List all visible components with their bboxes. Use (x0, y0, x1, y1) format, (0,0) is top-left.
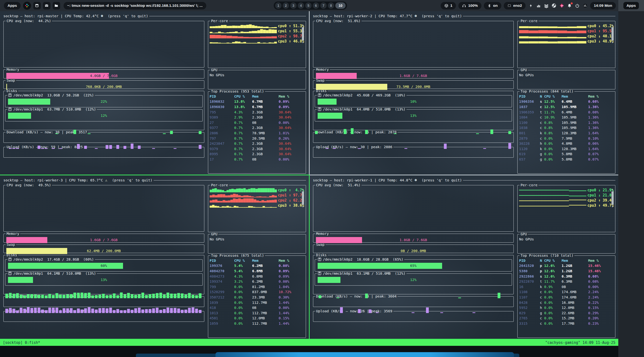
power-profile-icon[interactable] (528, 3, 533, 8)
core-row-cpu2: cpu2 ↓ 62.2% (210, 198, 304, 203)
disk-drive-icon (8, 108, 12, 111)
window-count-pill[interactable]: 1 (441, 2, 456, 10)
scroll-up-icon[interactable]: ▲ (302, 24, 304, 27)
per-core-scrollbar[interactable]: ▲▼ (611, 24, 614, 43)
workspace-button-6[interactable]: 6 (313, 3, 319, 9)
process-cell: c (540, 115, 544, 119)
volume-level: 100% (468, 4, 478, 8)
volume-pill[interactable]: 100% (458, 2, 482, 10)
process-cell: t (540, 279, 544, 283)
disks-label: Disks (6, 253, 18, 257)
process-cell: 30.64% (278, 142, 304, 145)
process-cell: 0.0% (234, 301, 252, 304)
workspace-button-1[interactable]: 1 (275, 3, 282, 9)
process-cell: 9389 (210, 115, 234, 119)
process-cell: 0.0% (544, 311, 562, 315)
process-cell: 1.36% (588, 121, 614, 125)
per-core-scrollbar[interactable]: ▲▼ (611, 188, 614, 207)
scroll-down-icon[interactable]: ▼ (302, 41, 304, 44)
core-sparkline (210, 24, 277, 28)
process-cell: c (540, 126, 544, 130)
scrollbar-thumb[interactable] (302, 191, 304, 205)
apps-button[interactable]: Apps (4, 2, 21, 10)
per-core-scrollbar[interactable]: ▲▼ (301, 188, 305, 207)
workspace-button-8[interactable]: 8 (328, 3, 334, 9)
column-header: Mem % (588, 259, 614, 262)
process-cell: 0.0% (234, 316, 252, 320)
process-cell: 0.0% (544, 290, 562, 294)
disk-title: /dev/mmcblk0p1 63.7MB / 510.0MB (12%) (7, 107, 97, 111)
monitor-app-icon[interactable] (582, 3, 588, 8)
process-cell: 0.07% (588, 152, 614, 156)
scroll-up-icon[interactable]: ▲ (302, 188, 304, 191)
tray-flower-icon[interactable] (559, 3, 564, 8)
notifications-bell-icon[interactable] (567, 3, 572, 8)
pane-title: socktop — host: rpi-worker-3 | CPU Temp:… (4, 178, 103, 182)
active-window-title[interactable]: ~: tmux new-session -d -s socktop 'sockt… (64, 2, 206, 10)
process-cell: 0.08% (278, 279, 304, 283)
pane-header: socktop — host: rpi-worker-3 | CPU Temp:… (4, 177, 306, 183)
scrollbar-thumb[interactable] (612, 191, 614, 205)
power-icon[interactable] (574, 3, 580, 8)
workspace-button-10[interactable]: 10 (335, 3, 346, 9)
process-cell: 6.8MB (252, 269, 278, 273)
window-button[interactable] (33, 2, 41, 10)
workspace-button-5[interactable]: 5 (305, 3, 312, 9)
files-button[interactable] (53, 2, 60, 10)
core-usage-label: cpu0 ↑ 51.3% (278, 24, 304, 28)
scroll-down-icon[interactable]: ▼ (612, 41, 613, 44)
layers-icon[interactable] (544, 3, 549, 8)
desktop-bottom-strip (0, 346, 618, 357)
per-core-box: Per-core cpu0 ↑ 51.3%cpu1 ↑ 55.3%cpu2 ↓ … (208, 19, 306, 68)
bluetooth-pill[interactable]: on (484, 2, 501, 10)
app-launcher-icon[interactable] (23, 2, 31, 10)
disk-drive-icon (318, 272, 321, 275)
desktop: Apps ~: tmux new-session -d -s socktop '… (0, 0, 644, 357)
scroll-up-icon[interactable]: ▲ (612, 24, 613, 27)
process-table: PIDCPU %MemMem %189603213.8%6.7MB0.09%18… (210, 94, 304, 162)
tmux-session-window[interactable]: [socktop] 0:fish* (3, 340, 40, 345)
scroll-up-icon[interactable]: ▲ (612, 188, 613, 191)
swap-label: Swap (315, 243, 326, 246)
apps-button-right[interactable]: Apps (623, 2, 639, 9)
scrollbar-thumb[interactable] (612, 27, 614, 41)
process-cell: 2.3GB (252, 126, 278, 130)
taskbar-corner: Apps (618, 0, 644, 11)
process-cell: 12.5% (544, 105, 562, 109)
disks-box: Disks /dev/mmcblk0p2 18.6GB / 28.8GB (65… (313, 253, 514, 294)
background-window-edge[interactable] (216, 352, 514, 357)
column-header: Mem (562, 259, 588, 262)
upload-chart (315, 143, 512, 149)
scroll-down-icon[interactable]: ▼ (612, 205, 613, 208)
core-row-cpu3: cpu3 ↑ 38.6% (210, 203, 304, 208)
usage-bars-icon[interactable] (536, 3, 541, 8)
core-sparkline (519, 34, 586, 38)
process-cell: 7.9MB (562, 137, 588, 140)
process-cell: 174.6MB (562, 290, 588, 294)
process-cell: 8995 (210, 152, 234, 156)
workspace-button-3[interactable]: 3 (290, 3, 296, 9)
workspace-button-2[interactable]: 2 (283, 3, 289, 9)
process-cell: 0.08% (588, 100, 614, 104)
download-chart (315, 292, 512, 298)
process-cell: 0.0% (544, 301, 562, 304)
column-header: Mem % (278, 259, 304, 262)
mail-button[interactable] (43, 2, 50, 10)
process-cell: 4084270 (210, 269, 234, 273)
process-cell: 23.3MB (252, 295, 278, 299)
steam-icon[interactable] (551, 3, 557, 8)
process-cell: 8428 (519, 301, 540, 304)
network-pill[interactable]: eno2 (504, 2, 526, 10)
gpu-label: GPU (520, 232, 528, 236)
clock-pill[interactable]: 14:09 Mon (590, 2, 616, 10)
per-core-scrollbar[interactable]: ▲▼ (301, 24, 305, 43)
scroll-down-icon[interactable]: ▼ (302, 205, 304, 208)
scrollbar-thumb[interactable] (302, 27, 304, 41)
core-sparkline (519, 198, 586, 203)
workspace-button-7[interactable]: 7 (320, 3, 326, 9)
process-cell: 1.44% (278, 321, 304, 325)
workspace-button-4[interactable]: 4 (298, 3, 304, 9)
disk-list: /dev/mmcblk0p2 45.6GB / 469.2GB (10%)10%… (315, 93, 512, 121)
gpu-label: GPU (520, 68, 528, 72)
process-cell: 0.09% (278, 269, 304, 273)
